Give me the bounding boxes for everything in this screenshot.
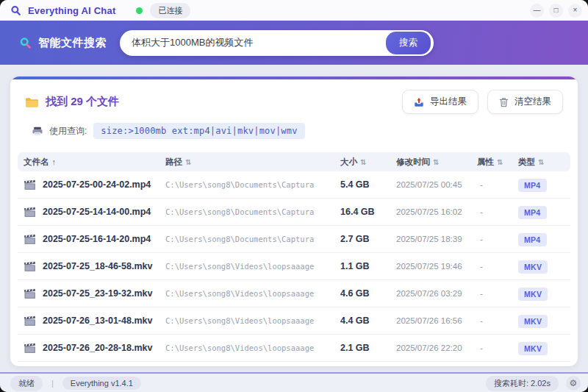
table-row[interactable]: 2025-07-25_23-19-32.mkv C:\Users\song8\V… [18,280,570,307]
table-header-row: 文件名↑ 路径⇅ 大小⇅ 修改时间⇅ 属性⇅ 类型⇅ [18,152,570,171]
file-path: C:\Users\song8\Videos\loopsaaage [165,343,340,352]
found-count-text: 找到 29 个文件 [46,95,119,109]
file-name: 2025-07-26_13-01-48.mkv [43,316,152,326]
table-row[interactable]: 2025-07-25-16-14-20.mp4 C:\Users\song8\D… [18,226,570,253]
file-attributes: - [477,289,518,298]
table-row[interactable]: 2025-07-26_13-01-48.mkv C:\Users\song8\V… [18,307,570,335]
search-bar: 搜索 [120,30,434,56]
minimize-button[interactable]: — [530,4,544,18]
file-modified: 2025/07/26 03:29 [396,289,477,298]
results-header: 找到 29 个文件 导出结果 [10,79,578,118]
file-type-cell: MKV [518,341,570,354]
maximize-button[interactable]: □ [549,4,563,18]
folder-icon [25,96,39,108]
sort-icon: ⇅ [185,158,191,166]
file-type-badge: MKV [518,342,548,355]
search-input[interactable] [132,38,386,49]
close-button[interactable]: × [568,4,582,18]
connection-status-badge: 已连接 [150,3,190,18]
file-size: 5.4 GB [340,179,396,190]
clear-results-button[interactable]: 清空结果 [487,90,563,114]
file-attributes: - [477,316,518,325]
video-file-icon [24,179,36,190]
file-name-cell: 2025-07-25-00-24-02.mp4 [24,179,165,190]
trash-icon [499,97,509,107]
results-table: 文件名↑ 路径⇅ 大小⇅ 修改时间⇅ 属性⇅ 类型⇅ [18,152,570,362]
file-name: 2025-07-25-14-14-00.mp4 [43,207,151,217]
connection-status: 已连接 [136,3,190,18]
found-count: 找到 29 个文件 [25,95,119,109]
file-type-badge: MP4 [518,233,547,246]
sort-icon: ⇅ [497,158,503,166]
file-attributes: - [477,235,518,243]
app-logo-icon [10,5,21,16]
video-file-icon [24,288,36,299]
file-type-cell: MP4 [518,205,570,218]
table-row[interactable]: 2025-07-25-00-24-02.mp4 C:\Users\song8\D… [18,171,570,199]
file-name-cell: 2025-07-25_18-46-58.mkv [24,261,165,272]
result-actions: 导出结果 清空结果 [402,90,563,114]
file-attributes: - [477,207,518,216]
file-size: 4.4 GB [340,316,396,326]
file-type-badge: MKV [518,260,548,274]
search-header: 智能文件搜索 搜索 [0,21,588,65]
file-type-badge: MKV [518,288,548,301]
file-modified: 2025/07/25 16:02 [396,207,477,216]
video-file-icon [24,207,36,218]
file-size: 4.6 GB [340,288,396,299]
video-file-icon [24,234,36,245]
column-header-filename[interactable]: 文件名↑ [24,157,165,168]
gear-icon: ⚙ [570,379,578,388]
table-row[interactable]: 2025-07-25_18-46-58.mkv C:\Users\song8\V… [18,253,570,280]
file-size: 1.1 GB [340,261,396,271]
file-name: 2025-07-25_23-19-32.mkv [43,288,152,299]
connected-dot-icon [136,7,143,14]
file-path: C:\Users\song8\Videos\loopsaaage [165,316,340,325]
column-header-type[interactable]: 类型⇅ [518,157,570,168]
table-row[interactable]: 2025-07-25-14-14-00.mp4 C:\Users\song8\D… [18,199,570,226]
export-results-label: 导出结果 [430,96,467,108]
file-path: C:\Users\song8\Documents\Captura [165,180,340,189]
version-badge: Everything v1.4.1 [62,377,141,390]
search-button[interactable]: 搜索 [386,32,431,54]
export-results-button[interactable]: 导出结果 [402,90,478,114]
file-size: 2.7 GB [340,234,396,244]
column-header-path[interactable]: 路径⇅ [165,157,340,168]
file-attributes: - [477,180,518,189]
file-type-cell: MP4 [518,178,570,191]
file-modified: 2025/07/26 16:56 [396,316,477,325]
file-size: 16.4 GB [340,207,396,217]
file-type-cell: MP4 [518,232,570,246]
file-type-badge: MKV [518,315,548,328]
table-row[interactable]: 2025-07-26_20-28-18.mkv C:\Users\song8\V… [18,335,570,362]
titlebar: Everything AI Chat 已连接 — □ × [0,0,588,21]
query-row: 使用查询: size:>1000mb ext:mp4|avi|mkv|mov|w… [10,118,578,146]
file-path: C:\Users\song8\Documents\Captura [165,235,340,243]
file-name: 2025-07-25_18-46-58.mkv [43,261,152,271]
search-icon [19,37,32,49]
window-controls: — □ × [530,4,582,18]
column-header-modified[interactable]: 修改时间⇅ [396,157,477,168]
file-attributes: - [477,262,518,271]
statusbar-separator: | [51,379,54,388]
column-header-size[interactable]: 大小⇅ [340,157,396,168]
smart-search-label: 智能文件搜索 [19,36,107,50]
query-label: 使用查询: [49,125,87,138]
file-path: C:\Users\song8\Videos\loopsaaage [165,262,340,271]
sort-icon: ⇅ [360,158,366,166]
file-name: 2025-07-25-00-24-02.mp4 [43,179,151,190]
video-file-icon [24,343,36,354]
search-elapsed-badge: 搜索耗时: 2.02s [486,376,559,391]
file-modified: 2025/07/25 19:46 [396,262,477,271]
export-icon [414,97,424,107]
file-name: 2025-07-25-16-14-20.mp4 [43,234,151,244]
settings-button[interactable]: ⚙ [566,376,581,391]
file-name-cell: 2025-07-26_20-28-18.mkv [24,343,165,354]
sort-icon: ⇅ [433,158,439,166]
file-path: C:\Users\song8\Videos\loopsaaage [165,289,340,298]
column-header-attributes[interactable]: 属性⇅ [477,157,518,168]
file-modified: 2025/07/25 18:39 [396,235,477,243]
app-title: Everything AI Chat [28,5,115,16]
statusbar-right: 搜索耗时: 2.02s ⚙ [486,376,581,391]
clear-results-label: 清空结果 [514,96,551,108]
